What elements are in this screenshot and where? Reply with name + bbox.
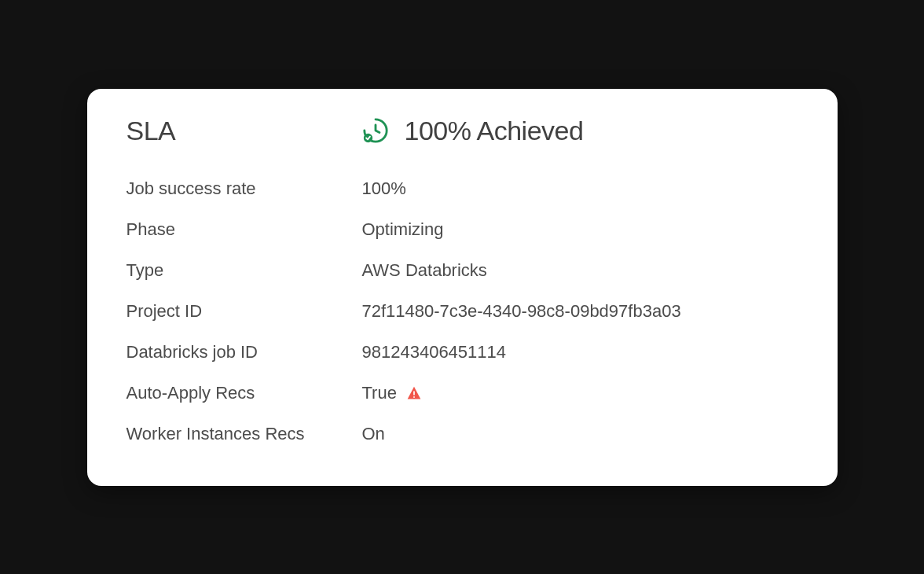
value-phase: Optimizing xyxy=(362,219,444,240)
row-worker-instances-recs: Worker Instances Recs On xyxy=(126,414,798,454)
svg-rect-2 xyxy=(413,396,415,398)
achieved-value: 100% Achieved xyxy=(405,116,584,146)
value-job-success-rate: 100% xyxy=(362,178,406,199)
value-project-id: 72f11480-7c3e-4340-98c8-09bd97fb3a03 xyxy=(362,301,681,322)
label-worker-instances-recs: Worker Instances Recs xyxy=(126,424,305,443)
clock-check-icon xyxy=(362,117,389,144)
row-auto-apply-recs: Auto-Apply Recs True xyxy=(126,373,798,414)
value-worker-instances-recs: On xyxy=(362,424,385,444)
row-phase: Phase Optimizing xyxy=(126,209,798,250)
card-title: SLA xyxy=(126,116,176,145)
row-databricks-job-id: Databricks job ID 981243406451114 xyxy=(126,332,798,373)
svg-rect-1 xyxy=(413,391,415,395)
label-auto-apply-recs: Auto-Apply Recs xyxy=(126,383,255,403)
label-databricks-job-id: Databricks job ID xyxy=(126,342,258,362)
label-job-success-rate: Job success rate xyxy=(126,178,256,198)
label-type: Type xyxy=(126,260,164,280)
value-databricks-job-id: 981243406451114 xyxy=(362,342,507,362)
row-project-id: Project ID 72f11480-7c3e-4340-98c8-09bd9… xyxy=(126,291,798,332)
row-job-success-rate: Job success rate 100% xyxy=(126,168,798,209)
value-type: AWS Databricks xyxy=(362,260,487,281)
label-phase: Phase xyxy=(126,219,175,239)
warning-icon xyxy=(406,385,422,401)
label-project-id: Project ID xyxy=(126,301,203,321)
card-header: SLA 100% Achieved xyxy=(126,116,798,146)
sla-card: SLA 100% Achieved Job success rate 100% … xyxy=(87,89,838,486)
row-type: Type AWS Databricks xyxy=(126,250,798,291)
value-auto-apply-recs: True xyxy=(362,383,397,403)
